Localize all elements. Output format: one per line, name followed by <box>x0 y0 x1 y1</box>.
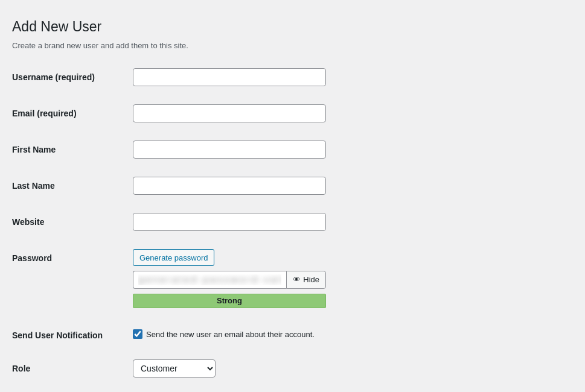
website-row: Website <box>12 209 435 235</box>
lastname-control <box>133 177 435 195</box>
page-subtitle: Create a brand new user and add them to … <box>12 41 567 50</box>
role-row: Role Customer Subscriber Contributor Aut… <box>12 356 435 381</box>
website-input[interactable] <box>133 213 326 231</box>
notification-label: Send User Notification <box>12 326 133 342</box>
lastname-input[interactable] <box>133 177 326 195</box>
hide-password-button[interactable]: 👁 Hide <box>286 271 326 289</box>
role-label: Role <box>12 359 133 375</box>
password-control: Generate password 👁 Hide Strong <box>133 249 435 308</box>
add-user-form: Username (required) Email (required) Fir… <box>12 65 435 392</box>
firstname-label: First Name <box>12 141 133 156</box>
notification-control: Send the new user an email about their a… <box>133 326 435 341</box>
email-control <box>133 104 435 122</box>
eye-slash-icon: 👁 <box>293 275 301 284</box>
email-row: Email (required) <box>12 101 435 126</box>
username-control <box>133 68 435 86</box>
notification-checkbox-row: Send the new user an email about their a… <box>133 326 435 341</box>
lastname-row: Last Name <box>12 173 435 198</box>
notification-row: Send User Notification Send the new user… <box>12 323 435 346</box>
generate-password-button[interactable]: Generate password <box>133 249 214 266</box>
firstname-row: First Name <box>12 137 435 162</box>
email-label: Email (required) <box>12 104 133 120</box>
password-label: Password <box>12 249 133 265</box>
website-label: Website <box>12 213 133 229</box>
role-select[interactable]: Customer Subscriber Contributor Author E… <box>133 359 216 378</box>
username-label: Username (required) <box>12 68 133 84</box>
password-row: Password Generate password 👁 Hide Strong <box>12 245 435 312</box>
hide-label: Hide <box>303 275 319 284</box>
role-control: Customer Subscriber Contributor Author E… <box>133 359 435 378</box>
firstname-control <box>133 141 435 159</box>
notification-text: Send the new user an email about their a… <box>146 329 315 341</box>
lastname-label: Last Name <box>12 177 133 192</box>
username-input[interactable] <box>133 68 326 86</box>
password-section: Generate password 👁 Hide Strong <box>133 249 435 308</box>
firstname-input[interactable] <box>133 141 326 159</box>
password-strength-indicator: Strong <box>133 294 326 308</box>
strength-label: Strong <box>217 296 242 305</box>
page-title: Add New User <box>12 18 567 36</box>
website-control <box>133 213 435 231</box>
username-row: Username (required) <box>12 65 435 90</box>
password-field-row: 👁 Hide <box>133 271 326 289</box>
notification-checkbox[interactable] <box>133 329 142 339</box>
email-input[interactable] <box>133 104 326 122</box>
password-input[interactable] <box>133 271 286 289</box>
